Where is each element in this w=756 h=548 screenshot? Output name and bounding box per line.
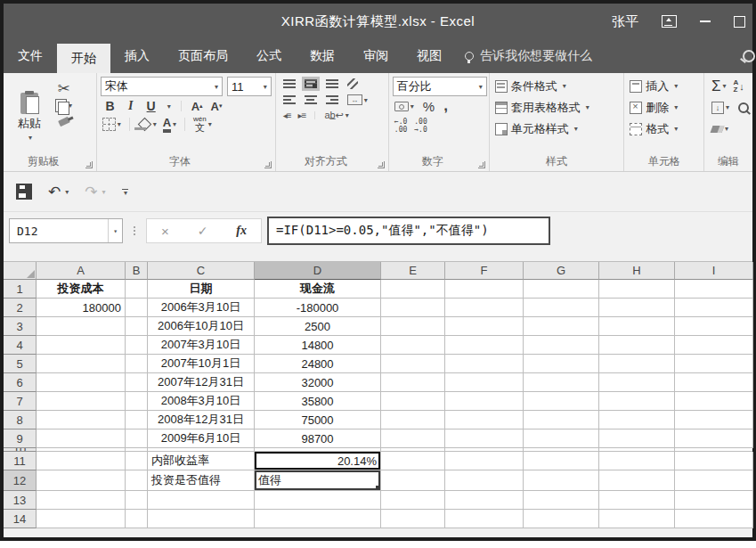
minimize-icon[interactable] [700, 20, 711, 22]
col-header-A[interactable]: A [37, 262, 126, 280]
insert-cells-button[interactable]: 插入▾ [630, 77, 700, 95]
row-header-13[interactable]: 13 [4, 491, 37, 510]
cell-D5[interactable]: 24800 [255, 355, 381, 373]
copy-button[interactable]: ▾ [55, 99, 72, 112]
dialog-launcher-icon[interactable] [478, 161, 485, 168]
cell-A11[interactable] [37, 452, 126, 470]
paste-button[interactable]: 粘贴 ▾ [7, 77, 52, 155]
cell-C14[interactable] [148, 510, 255, 528]
col-header-D[interactable]: D [255, 262, 381, 280]
cell-D13[interactable] [255, 491, 381, 510]
cell-D8[interactable]: 75000 [255, 411, 381, 429]
cell-C1[interactable]: 日期 [148, 280, 255, 299]
col-header-E[interactable]: E [381, 262, 445, 280]
bold-button[interactable]: B [104, 99, 117, 113]
cell-B8[interactable] [126, 411, 148, 429]
tell-me-box[interactable]: 告诉我你想要做什么 [456, 39, 601, 73]
cell-A12[interactable] [37, 470, 126, 491]
borders-button[interactable]: ▾ [102, 118, 121, 131]
cell-A9[interactable] [37, 429, 126, 448]
cell-A6[interactable] [37, 373, 126, 392]
cell-D12-selected[interactable]: 值得 [255, 470, 381, 491]
row-header-9[interactable]: 9 [4, 429, 37, 448]
cell-C6[interactable]: 2007年12月31日 [148, 373, 255, 392]
row-header-14[interactable]: 14 [4, 510, 37, 528]
tab-formulas[interactable]: 公式 [242, 39, 296, 73]
tab-view[interactable]: 视图 [402, 39, 456, 73]
align-right-button[interactable] [326, 95, 338, 104]
col-header-B[interactable]: B [126, 262, 148, 280]
decrease-decimal-button[interactable]: .00 →.0 [414, 119, 427, 135]
select-all-corner[interactable] [4, 262, 37, 280]
cell-A5[interactable] [37, 355, 126, 373]
cell-A7[interactable] [37, 392, 126, 411]
format-as-table-button[interactable]: 套用表格格式▾ [495, 98, 621, 117]
cell-D7[interactable]: 35800 [255, 392, 381, 411]
increase-decimal-button[interactable]: ←.0 .00 [394, 119, 407, 135]
align-middle-button[interactable] [305, 79, 317, 88]
cell-A13[interactable] [37, 491, 126, 510]
row-header-5[interactable]: 5 [4, 355, 37, 373]
font-name-combo[interactable]: 宋体▾ [101, 77, 223, 96]
increase-indent-icon[interactable]: ▸≡ [298, 110, 306, 120]
cell-C13[interactable] [148, 491, 255, 510]
cell-B4[interactable] [126, 336, 148, 355]
cell-B13[interactable] [126, 491, 148, 510]
align-bottom-button[interactable] [326, 79, 338, 88]
decrease-indent-icon[interactable]: ◂≡ [283, 110, 291, 120]
cell-B9[interactable] [126, 429, 148, 448]
shrink-font-button[interactable]: A▾ [211, 100, 223, 113]
row-header-8[interactable]: 8 [4, 411, 37, 429]
row-header-4[interactable]: 4 [4, 336, 37, 355]
cell-A1[interactable]: 投资成本 [37, 280, 126, 299]
cell-styles-button[interactable]: 单元格样式▾ [495, 119, 621, 138]
orientation-button[interactable] [347, 78, 358, 89]
cell-D3[interactable]: 2500 [255, 317, 381, 336]
customize-qat-button[interactable]: ▾ [122, 189, 128, 195]
cell-C11[interactable]: 内部收益率 [148, 452, 255, 470]
undo-button[interactable]: ↶▾ [48, 184, 69, 200]
number-format-combo[interactable]: 百分比▾ [393, 77, 487, 96]
tab-file[interactable]: 文件 [4, 39, 57, 73]
tab-review[interactable]: 审阅 [349, 39, 402, 73]
ribbon-display-options-icon[interactable] [662, 15, 677, 28]
formula-bar-resize-handle[interactable] [134, 226, 135, 235]
enter-icon[interactable]: ✓ [198, 224, 208, 238]
maximize-icon[interactable] [734, 16, 745, 28]
cell-B14[interactable] [126, 510, 148, 528]
cell-C4[interactable]: 2007年3月10日 [148, 336, 255, 355]
dialog-launcher-icon[interactable] [378, 161, 385, 168]
cell-C8[interactable]: 2008年12月31日 [148, 411, 255, 429]
cell-D11[interactable]: 20.14% [255, 452, 381, 470]
search-icon[interactable] [743, 50, 755, 62]
cell-A3[interactable] [37, 317, 126, 336]
comma-style-button[interactable]: , [443, 102, 448, 110]
insert-function-icon[interactable]: fx [236, 224, 247, 238]
cell-C12[interactable]: 投资是否值得 [148, 470, 255, 491]
underline-button[interactable]: U [145, 99, 158, 113]
cell-B1[interactable] [126, 280, 148, 299]
cell-B12[interactable] [126, 470, 148, 491]
fill-color-button[interactable]: ▾ [138, 118, 157, 131]
cell-B3[interactable] [126, 317, 148, 336]
tab-data[interactable]: 数据 [296, 39, 349, 73]
row-header-2[interactable]: 2 [4, 299, 37, 317]
cell-B6[interactable] [126, 373, 148, 392]
row-header-12[interactable]: 12 [4, 470, 37, 491]
sort-filter-button[interactable]: AZ ↓ [734, 79, 744, 94]
col-header-H[interactable]: H [599, 262, 675, 280]
col-header-I[interactable]: I [675, 262, 753, 280]
row-header-1[interactable]: 1 [4, 280, 37, 299]
cell-D1[interactable]: 现金流 [255, 280, 381, 299]
cell-B5[interactable] [126, 355, 148, 373]
cell-C7[interactable]: 2008年3月10日 [148, 392, 255, 411]
accounting-format-button[interactable]: ▾ [394, 102, 414, 111]
cell-B2[interactable] [126, 299, 148, 317]
font-size-combo[interactable]: 11▾ [227, 77, 272, 96]
delete-cells-button[interactable]: 删除▾ [630, 98, 700, 117]
fill-button[interactable]: ↓▾ [711, 102, 729, 114]
name-box[interactable]: D12 ▾ [9, 218, 123, 243]
row-header-3[interactable]: 3 [4, 317, 37, 336]
chevron-down-icon[interactable]: ▾ [108, 219, 122, 242]
format-painter-button[interactable] [55, 119, 72, 125]
